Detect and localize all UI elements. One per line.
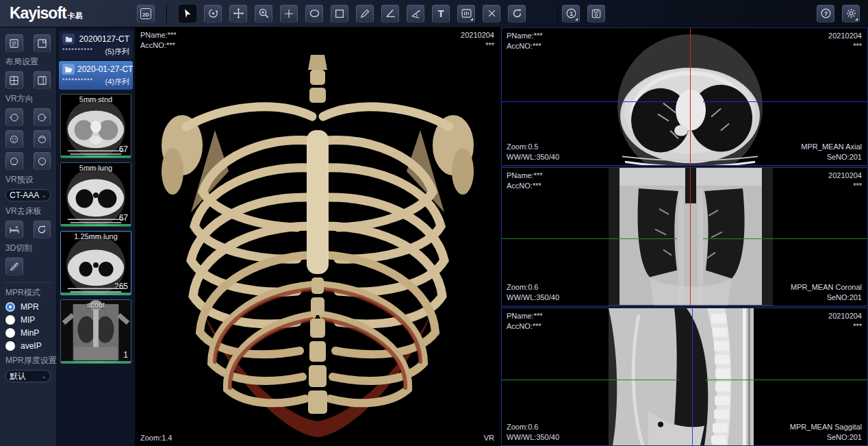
select-tool-button[interactable] [179, 5, 196, 23]
vr-orient-superior-button[interactable] [5, 152, 23, 170]
series-panel: 20200127-CT ********** (5)序列 2020-01-27-… [57, 27, 136, 446]
layout-grid-button[interactable] [5, 71, 23, 89]
sagittal-vertical-reference-line[interactable] [692, 308, 693, 445]
pencil-icon [359, 8, 370, 19]
mpr-axial-viewport[interactable]: PName:*** AccNO:*** 20210204 *** Zoom:0.… [501, 27, 868, 166]
2d-view-button[interactable]: 2D [137, 5, 155, 23]
pencil-measure-tool-button[interactable] [356, 5, 374, 23]
zoom-text: Zoom:0.6 [507, 282, 559, 293]
vr-orient-left-button[interactable] [5, 108, 23, 126]
ellipse-tool-button[interactable] [305, 5, 323, 23]
3d-cut-label: 3D切割 [5, 243, 51, 254]
series-list-layout-button[interactable] [5, 34, 23, 52]
sidebar-divider [4, 282, 52, 283]
remove-bed-label: VR去床板 [5, 206, 51, 217]
accno-text: AccNO:*** [507, 41, 543, 51]
zoom-text: Zoom:1.4 [140, 433, 172, 443]
layout-main-right-button[interactable] [34, 71, 51, 89]
axial-overlay-date: 20210204 *** [828, 31, 862, 51]
series-panel-toggle-button[interactable] [34, 34, 51, 52]
vr-orient-anterior-button[interactable] [5, 130, 23, 148]
settings-tool-group: ? [817, 5, 860, 23]
cobb-angle-tool-button[interactable] [407, 5, 424, 23]
head-right-icon [37, 112, 47, 123]
pname-text: PName:*** [507, 311, 543, 321]
thumbnail-image-count: 1 [123, 350, 128, 360]
app-logo: Kayisoft 卡易 [0, 4, 137, 23]
secondary-tool-group: 1 [562, 5, 605, 23]
mpr-mode-option-aveip[interactable]: aveIP [5, 341, 51, 351]
coronal-horizontal-reference-line[interactable] [502, 238, 867, 239]
radio-label: aveIP [21, 341, 42, 351]
pname-text: PName:*** [507, 171, 543, 181]
settings-button[interactable] [842, 5, 860, 23]
axial-overlay-zoom: Zoom:0.5 WW/WL:350/40 [507, 142, 559, 162]
mpr-mode-text: MPR_MEAN Saggital [790, 422, 862, 432]
window-level-icon [461, 8, 472, 19]
study-title: 2020-01-27-CT [77, 64, 133, 74]
text-tool-icon: T [437, 8, 444, 19]
rotate-3d-tool-button[interactable] [204, 5, 222, 23]
coronal-vertical-reference-line[interactable] [690, 168, 691, 305]
head-bottom-icon [37, 156, 47, 166]
series-thumbnail-scout[interactable]: scout 1 [60, 299, 131, 364]
axial-vertical-reference-line[interactable] [690, 28, 691, 165]
3d-cut-button[interactable] [5, 258, 23, 275]
mpr-mode-text: MPR_MEAN Axial [801, 142, 862, 152]
vr-viewport[interactable]: PName:*** AccNO:*** 20210204 *** Zoom:1.… [136, 27, 500, 446]
series-thumbnail-125mm-lung[interactable]: 1.25mm lung 265 [60, 231, 131, 295]
vr-orient-posterior-button[interactable] [34, 130, 51, 148]
series-thumbnail-5mm-stnd[interactable]: 5mm stnd 67 [60, 94, 131, 158]
mpr-mode-label: MPR模式 [5, 287, 51, 299]
ellipse-icon [309, 8, 320, 19]
reset-tool-button[interactable] [508, 5, 526, 23]
remove-bed-reset-button[interactable] [34, 221, 51, 238]
pan-tool-button[interactable] [229, 5, 247, 23]
text-annotation-tool-button[interactable]: T [432, 5, 450, 23]
left-sidebar: 布局设置 VR方向 [0, 27, 57, 446]
crosshair-locate-tool-button[interactable] [280, 5, 298, 23]
thumbnail-progress-bar [61, 156, 131, 158]
vr-orient-right-button[interactable] [34, 108, 51, 126]
top-toolbar: Kayisoft 卡易 2D [0, 0, 868, 27]
remove-bed-button[interactable] [5, 221, 23, 238]
window-level-tool-button[interactable] [457, 5, 475, 23]
vr-orient-inferior-button[interactable] [34, 152, 51, 170]
study-item-1[interactable]: 20200127-CT ********** (5)序列 [59, 31, 133, 60]
series-thumbnail-5mm-lung[interactable]: 5mm lung 67 [60, 162, 131, 227]
study-title: 20200127-CT [77, 34, 129, 44]
thumbnail-progress-bar [61, 224, 131, 226]
pan-icon [233, 8, 244, 19]
series-list-icon [9, 38, 19, 49]
mpr-sagittal-viewport[interactable]: PName:*** AccNO:*** 20210204 *** Zoom:0.… [501, 308, 868, 446]
axial-overlay-patient: PName:*** AccNO:*** [507, 31, 543, 51]
accno-text: AccNO:*** [507, 181, 543, 191]
zoom-tool-button[interactable] [255, 5, 272, 23]
delete-tool-button[interactable] [483, 5, 500, 23]
rotate-3d-icon [207, 8, 219, 19]
mpr-thickness-dropdown[interactable]: 默认 ⌄ [5, 370, 51, 382]
thumbnail-label: scout [61, 301, 131, 309]
face-front-icon [9, 134, 19, 145]
coronal-overlay-date: 20210204 *** [828, 171, 862, 191]
vr-direction-label: VR方向 [5, 93, 51, 105]
mpr-coronal-viewport[interactable]: PName:*** AccNO:*** 20210204 *** Zoom:0.… [501, 167, 868, 306]
mpr-mode-option-mpr[interactable]: MPR [5, 302, 51, 312]
thumbnail-label: 1.25mm lung [61, 232, 131, 240]
reset-icon [36, 224, 47, 235]
angle-tool-button[interactable] [381, 5, 399, 23]
mpr-mode-option-minp[interactable]: MinP [5, 328, 51, 338]
radio-label: MPR [21, 302, 39, 312]
vr-overlay-date: 20210204 *** [461, 30, 494, 51]
axial-horizontal-reference-line[interactable] [502, 101, 867, 102]
rectangle-tool-button[interactable] [331, 5, 348, 23]
export-save-button[interactable] [587, 5, 605, 23]
study-item-2-selected[interactable]: 2020-01-27-CT ********** (4)序列 [59, 61, 133, 90]
svg-text:1: 1 [570, 10, 573, 17]
overlay-info-button[interactable]: 1 [562, 5, 580, 23]
mpr-mode-option-mip[interactable]: MIP [5, 315, 51, 325]
sagittal-horizontal-reference-line[interactable] [502, 380, 867, 380]
vr-preset-dropdown[interactable]: CT-AAA ⌄ [5, 189, 51, 201]
radio-selected-icon [5, 302, 15, 312]
help-button[interactable]: ? [817, 5, 834, 23]
